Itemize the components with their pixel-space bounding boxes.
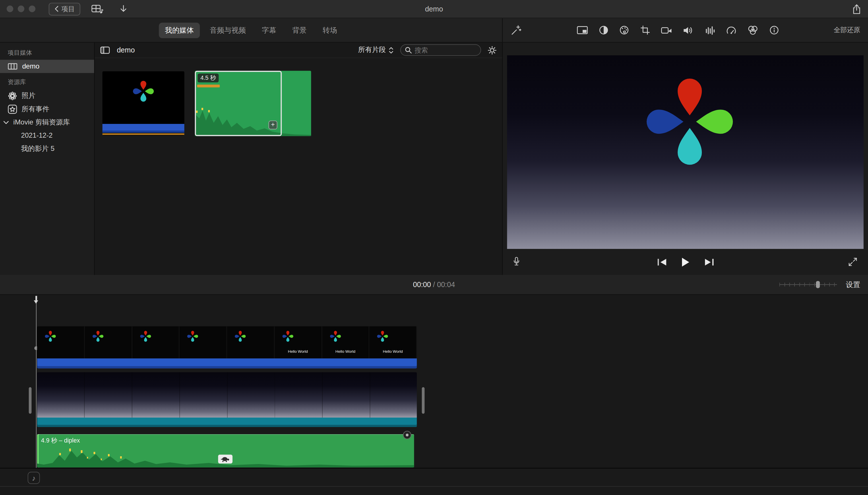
tab-audio-video[interactable]: 音频与视频	[204, 22, 252, 38]
traffic-lights	[6, 5, 35, 12]
overlay-settings-button[interactable]	[577, 26, 588, 34]
zoom-button[interactable]	[29, 5, 35, 12]
clip-orange-strip	[102, 133, 184, 135]
speed-button[interactable]	[726, 26, 736, 34]
clip-audio-teal-bar	[37, 417, 417, 427]
contrast-circle-icon	[599, 25, 608, 35]
main-content: 项目媒体 demo 资源库 照片	[0, 42, 868, 275]
three-circles-icon	[747, 25, 758, 35]
clip-filter-select[interactable]: 所有片段	[358, 45, 394, 55]
top-row: 我的媒体 音频与视频 字幕 背景 转场	[0, 18, 868, 43]
clip-appearance-button[interactable]	[488, 46, 496, 54]
speedometer-icon	[726, 26, 736, 34]
timeline-toolbar: 00:00 / 00:04 设置	[0, 275, 868, 294]
petal-flower-mini	[376, 329, 389, 343]
download-arrow-icon	[119, 4, 128, 13]
enhance-button[interactable]	[510, 25, 522, 36]
clip-thumbnail-green-audio[interactable]: 4.5 秒 +	[195, 71, 311, 136]
timeline[interactable]: Hello World Hello World Hello World 4.9 …	[0, 295, 868, 495]
sidebar-item-my-movie-5[interactable]: 我的影片 5	[0, 142, 94, 155]
add-to-timeline-button[interactable]: +	[268, 120, 277, 129]
updown-chevrons-icon	[389, 46, 394, 54]
previous-frame-button[interactable]	[657, 258, 667, 266]
browser-header: demo 所有片段	[95, 42, 502, 58]
filmstrip-frame	[85, 326, 132, 358]
clip-selection-border[interactable]: 4.5 秒 +	[195, 71, 282, 136]
color-correction-button[interactable]	[619, 25, 629, 35]
timeline-audio-clip[interactable]: 4.9 秒 – diplex	[37, 434, 414, 467]
titlebar: 项目 demo	[0, 0, 868, 18]
filmstrip-frame: Hello World	[322, 326, 369, 358]
media-browser: demo 所有片段	[95, 42, 502, 275]
sidebar-item-label: demo	[22, 63, 39, 70]
viewer-pane	[502, 42, 868, 275]
reset-all-button[interactable]: 全部还原	[834, 25, 860, 35]
share-button[interactable]	[852, 4, 862, 14]
sidebar-item-imovie-library[interactable]: iMovie 剪辑资源库	[0, 116, 94, 129]
sidebar-item-event-2021-12-2[interactable]: 2021-12-2	[0, 129, 94, 142]
petal-flower-graphic	[637, 69, 742, 174]
volume-button[interactable]	[683, 26, 694, 35]
disclosure-chevron-icon[interactable]	[3, 120, 9, 124]
panel-toggle-icon	[100, 46, 110, 54]
crop-button[interactable]	[640, 25, 650, 35]
color-balance-button[interactable]	[599, 25, 608, 35]
right-trim-handle[interactable]	[422, 387, 425, 414]
close-button[interactable]	[6, 5, 13, 12]
time-display: 00:00 / 00:04	[0, 280, 868, 289]
video-camera-icon	[661, 27, 672, 34]
sidebar-toggle-button[interactable]	[100, 46, 110, 54]
music-lane-button[interactable]: ♪	[28, 472, 39, 484]
petal-flower-mini	[186, 329, 199, 343]
timeline-controls: 设置	[779, 279, 860, 290]
fullscreen-button[interactable]	[848, 257, 858, 267]
connection-point-button[interactable]	[403, 431, 411, 439]
filmstrip-icon	[8, 63, 18, 70]
gear-icon	[488, 46, 496, 54]
grid-music-icon	[91, 4, 103, 14]
sidebar-item-label: 我的影片 5	[21, 144, 54, 153]
music-note-glyph: ♪	[32, 474, 36, 482]
clip-audio-blue-bar	[102, 124, 184, 133]
timeline-gradient-clip[interactable]	[37, 372, 417, 427]
tab-transitions[interactable]: 转场	[316, 22, 343, 38]
filmstrip-frame: Hello World	[274, 326, 322, 358]
playhead-handle[interactable]	[35, 296, 37, 300]
browser-pane: 项目媒体 demo 资源库 照片	[0, 42, 502, 275]
clip-filter-label: 所有片段	[358, 45, 386, 55]
playhead-line[interactable]	[36, 296, 36, 468]
range-marker	[197, 85, 220, 87]
petal-flower-mini	[44, 329, 57, 343]
petal-flower-mini	[91, 329, 104, 343]
search-input[interactable]	[414, 46, 476, 54]
timeline-video-clip[interactable]: Hello World Hello World Hello World	[37, 326, 417, 369]
clip-thumbnail-project[interactable]	[102, 71, 184, 136]
petal-flower-mini	[281, 329, 294, 343]
tab-titles[interactable]: 字幕	[256, 22, 282, 38]
search-field[interactable]	[400, 44, 481, 56]
playback-controls	[503, 257, 868, 267]
sidebar-item-label: 2021-12-2	[21, 132, 52, 139]
sidebar-item-all-events[interactable]: 所有事件	[0, 102, 94, 116]
sidebar-item-demo[interactable]: demo	[0, 59, 94, 73]
color-filters-button[interactable]	[747, 25, 758, 35]
stabilization-button[interactable]	[661, 27, 672, 34]
slow-speed-badge[interactable]	[218, 455, 232, 463]
media-browser-toggle[interactable]	[91, 4, 103, 14]
project-media-header: 项目媒体	[0, 44, 94, 59]
tab-backgrounds[interactable]: 背景	[286, 22, 313, 38]
zoom-slider-thumb[interactable]	[816, 281, 820, 288]
minimize-button[interactable]	[18, 5, 24, 12]
import-button[interactable]	[119, 4, 128, 13]
next-frame-button[interactable]	[704, 258, 714, 266]
zoom-slider[interactable]	[779, 281, 837, 288]
sidebar-item-photos[interactable]: 照片	[0, 89, 94, 102]
play-button[interactable]	[681, 257, 689, 267]
gradient-filmstrip	[37, 372, 417, 417]
timeline-settings-button[interactable]: 设置	[846, 279, 860, 290]
tab-my-media[interactable]: 我的媒体	[159, 22, 200, 38]
back-to-projects-button[interactable]: 项目	[49, 3, 80, 15]
info-button[interactable]	[769, 25, 779, 35]
left-trim-handle[interactable]	[29, 387, 32, 414]
noise-reduction-button[interactable]	[705, 26, 715, 35]
